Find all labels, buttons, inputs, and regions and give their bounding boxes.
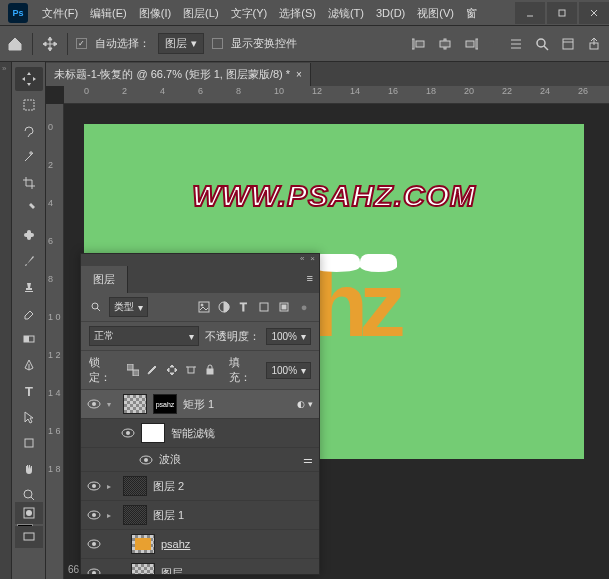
filter-smart-icon[interactable] xyxy=(277,300,291,314)
menu-3d[interactable]: 3D(D) xyxy=(370,0,411,26)
minimize-button[interactable] xyxy=(515,2,545,24)
move-mode-icon[interactable] xyxy=(41,35,59,53)
align-left-icon[interactable] xyxy=(410,35,428,53)
layer-item[interactable]: psahz xyxy=(81,530,319,559)
pen-tool[interactable] xyxy=(15,353,43,377)
close-tab-icon[interactable]: × xyxy=(296,69,302,80)
lock-artboard-icon[interactable] xyxy=(184,363,197,377)
lasso-tool[interactable] xyxy=(15,119,43,143)
layer-name: 图层 2 xyxy=(153,479,184,494)
layer-item[interactable]: ▸ 图层 1 xyxy=(81,501,319,530)
toolbox: T ⋯ xyxy=(12,62,46,579)
shape-tool[interactable] xyxy=(15,431,43,455)
eraser-tool[interactable] xyxy=(15,301,43,325)
menu-window[interactable]: 窗 xyxy=(460,0,483,26)
layer-name: psahz xyxy=(161,538,190,550)
expand-icon[interactable]: ▾ xyxy=(107,400,117,409)
align-hcenter-icon[interactable] xyxy=(436,35,454,53)
layer-item[interactable]: ▾ psahz 矩形 1 ◐ ▾ xyxy=(81,390,319,419)
home-icon[interactable] xyxy=(6,35,24,53)
menu-filter[interactable]: 滤镜(T) xyxy=(322,0,370,26)
menu-layer[interactable]: 图层(L) xyxy=(177,0,224,26)
screen-mode-button[interactable] xyxy=(15,526,43,548)
wand-tool[interactable] xyxy=(15,145,43,169)
auto-select-checkbox[interactable] xyxy=(76,38,87,49)
filter-adjust-icon[interactable] xyxy=(217,300,231,314)
layer-name: 图层 1 xyxy=(153,508,184,523)
auto-select-target[interactable]: 图层▾ xyxy=(158,33,204,54)
fill-input[interactable]: 100%▾ xyxy=(266,362,311,379)
filter-name: 波浪 xyxy=(159,452,181,467)
menu-text[interactable]: 文字(Y) xyxy=(225,0,274,26)
svg-rect-1 xyxy=(559,10,565,16)
menu-view[interactable]: 视图(V) xyxy=(411,0,460,26)
filter-settings-icon[interactable]: ⚌ xyxy=(303,453,313,466)
menu-image[interactable]: 图像(I) xyxy=(133,0,177,26)
visibility-icon[interactable] xyxy=(87,566,101,574)
visibility-icon[interactable] xyxy=(121,426,135,440)
align-right-icon[interactable] xyxy=(462,35,480,53)
collapsed-panel-left[interactable]: » xyxy=(0,62,12,579)
gradient-tool[interactable] xyxy=(15,327,43,351)
expand-icon[interactable]: ▸ xyxy=(107,482,117,491)
view-mode-icon[interactable] xyxy=(559,35,577,53)
maximize-button[interactable] xyxy=(547,2,577,24)
lock-transparency-icon[interactable] xyxy=(126,363,139,377)
expand-icon[interactable]: ▸ xyxy=(107,511,117,520)
lock-position-icon[interactable] xyxy=(165,363,178,377)
eyedropper-tool[interactable] xyxy=(15,197,43,221)
svg-point-35 xyxy=(201,304,203,306)
layer-smartfilter-row[interactable]: 智能滤镜 xyxy=(81,419,319,448)
svg-point-50 xyxy=(126,431,130,435)
svg-rect-9 xyxy=(440,41,450,47)
svg-rect-20 xyxy=(24,100,34,110)
filter-text-icon[interactable]: T xyxy=(237,300,251,314)
menu-select[interactable]: 选择(S) xyxy=(273,0,322,26)
share-icon[interactable] xyxy=(585,35,603,53)
healing-tool[interactable] xyxy=(15,223,43,247)
layer-item[interactable]: 图层 xyxy=(81,559,319,574)
blend-mode-dropdown[interactable]: 正常▾ xyxy=(89,326,199,346)
filter-image-icon[interactable] xyxy=(197,300,211,314)
move-tool[interactable] xyxy=(15,67,43,91)
collapse-panel-icon[interactable]: « xyxy=(300,254,304,266)
horizontal-ruler: 02468101214161820222426 xyxy=(64,86,609,104)
crop-tool[interactable] xyxy=(15,171,43,195)
lock-all-icon[interactable] xyxy=(204,363,217,377)
path-select-tool[interactable] xyxy=(15,405,43,429)
auto-select-label: 自动选择： xyxy=(95,36,150,51)
svg-text:T: T xyxy=(240,301,247,313)
stamp-tool[interactable] xyxy=(15,275,43,299)
distribute-icon[interactable] xyxy=(507,35,525,53)
visibility-icon[interactable] xyxy=(87,537,101,551)
svg-point-56 xyxy=(92,513,96,517)
close-button[interactable] xyxy=(579,2,609,24)
layer-filter-wave[interactable]: 波浪 ⚌ xyxy=(81,448,319,472)
quick-mask-button[interactable] xyxy=(15,502,43,524)
layer-thumbnail xyxy=(131,534,155,554)
layers-tab[interactable]: 图层 xyxy=(81,266,128,293)
show-transform-checkbox[interactable] xyxy=(212,38,223,49)
layer-thumbnail xyxy=(131,563,155,574)
visibility-icon[interactable] xyxy=(87,508,101,522)
marquee-tool[interactable] xyxy=(15,93,43,117)
filter-type-dropdown[interactable]: 类型▾ xyxy=(109,297,148,317)
visibility-icon[interactable] xyxy=(87,479,101,493)
filter-toggle-icon[interactable]: ● xyxy=(297,300,311,314)
visibility-icon[interactable] xyxy=(87,397,101,411)
brush-tool[interactable] xyxy=(15,249,43,273)
search-icon[interactable] xyxy=(533,35,551,53)
panel-menu-icon[interactable]: ≡ xyxy=(301,266,319,293)
filter-shape-icon[interactable] xyxy=(257,300,271,314)
layer-name: 图层 xyxy=(161,566,183,575)
hand-tool[interactable] xyxy=(15,457,43,481)
menu-file[interactable]: 文件(F) xyxy=(36,0,84,26)
close-panel-icon[interactable]: × xyxy=(310,254,315,266)
menu-edit[interactable]: 编辑(E) xyxy=(84,0,133,26)
lock-paint-icon[interactable] xyxy=(146,363,159,377)
type-tool[interactable]: T xyxy=(15,379,43,403)
opacity-input[interactable]: 100%▾ xyxy=(266,328,311,345)
visibility-icon[interactable] xyxy=(139,453,153,467)
document-tab[interactable]: 未标题-1-恢复的 @ 66.7% (矩形 1, 图层蒙版/8) * × xyxy=(46,63,311,86)
layer-item[interactable]: ▸ 图层 2 xyxy=(81,472,319,501)
